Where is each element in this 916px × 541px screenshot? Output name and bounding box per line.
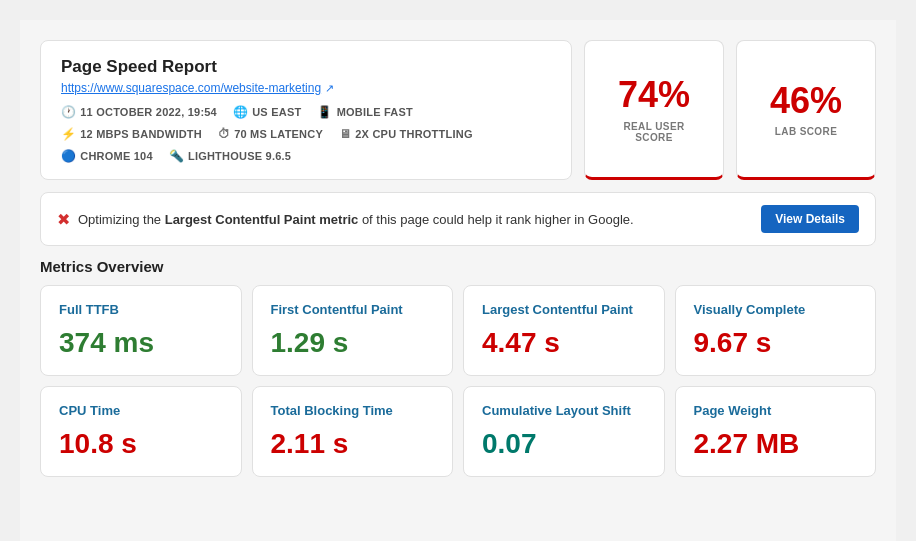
- metric-card-tbt: Total Blocking Time 2.11 s: [252, 386, 454, 477]
- metric-name: Visually Complete: [694, 302, 858, 317]
- meta-label: LIGHTHOUSE 9.6.5: [188, 150, 291, 162]
- metric-name: CPU Time: [59, 403, 223, 418]
- meta-label: 11 OCTOBER 2022, 19:54: [80, 106, 217, 118]
- alert-bold: Largest Contentful Paint metric: [165, 212, 359, 227]
- meta-item: 📱MOBILE FAST: [317, 105, 413, 119]
- meta-label: US EAST: [252, 106, 301, 118]
- meta-item: 🕐11 OCTOBER 2022, 19:54: [61, 105, 217, 119]
- alert-icon: ✖: [57, 210, 70, 229]
- real-user-score-value: 74%: [618, 75, 690, 115]
- metric-card-page-weight: Page Weight 2.27 MB: [675, 386, 877, 477]
- metrics-section: Metrics Overview Full TTFB 374 ms First …: [40, 258, 876, 477]
- metric-name: Full TTFB: [59, 302, 223, 317]
- alert-left: ✖ Optimizing the Largest Contentful Pain…: [57, 210, 634, 229]
- metric-value: 2.27 MB: [694, 428, 858, 460]
- alert-prefix: Optimizing the: [78, 212, 165, 227]
- meta-icon: ⚡: [61, 127, 76, 141]
- meta-label: 12 MBPS BANDWIDTH: [80, 128, 202, 140]
- metric-value: 374 ms: [59, 327, 223, 359]
- view-details-button[interactable]: View Details: [761, 205, 859, 233]
- metric-name: Largest Contentful Paint: [482, 302, 646, 317]
- real-user-score-card: 74% REAL USER SCORE: [584, 40, 724, 180]
- metrics-grid: Full TTFB 374 ms First Contentful Paint …: [40, 285, 876, 477]
- alert-banner: ✖ Optimizing the Largest Contentful Pain…: [40, 192, 876, 246]
- metric-card-fcp: First Contentful Paint 1.29 s: [252, 285, 454, 376]
- meta-label: 70 MS LATENCY: [234, 128, 323, 140]
- meta-label: MOBILE FAST: [337, 106, 413, 118]
- meta-item: 🔵CHROME 104: [61, 149, 153, 163]
- alert-suffix: of this page could help it rank higher i…: [358, 212, 633, 227]
- meta-icon: 🌐: [233, 105, 248, 119]
- report-title: Page Speed Report: [61, 57, 551, 77]
- metric-card-full-ttfb: Full TTFB 374 ms: [40, 285, 242, 376]
- metric-card-cpu-time: CPU Time 10.8 s: [40, 386, 242, 477]
- metric-value: 0.07: [482, 428, 646, 460]
- page-container: Page Speed Report https://www.squarespac…: [20, 20, 896, 541]
- meta-item: 🌐US EAST: [233, 105, 301, 119]
- real-user-score-label: REAL USER SCORE: [605, 121, 703, 143]
- top-section: Page Speed Report https://www.squarespac…: [40, 40, 876, 180]
- metric-value: 2.11 s: [271, 428, 435, 460]
- metric-value: 10.8 s: [59, 428, 223, 460]
- metric-value: 9.67 s: [694, 327, 858, 359]
- metric-name: First Contentful Paint: [271, 302, 435, 317]
- meta-icon: 📱: [317, 105, 332, 119]
- meta-icon: 🔵: [61, 149, 76, 163]
- metric-name: Total Blocking Time: [271, 403, 435, 418]
- meta-icon: 🕐: [61, 105, 76, 119]
- meta-item: ⚡12 MBPS BANDWIDTH: [61, 127, 202, 141]
- metric-card-vc: Visually Complete 9.67 s: [675, 285, 877, 376]
- meta-icon: 🔦: [169, 149, 184, 163]
- report-meta: 🕐11 OCTOBER 2022, 19:54🌐US EAST📱MOBILE F…: [61, 105, 551, 163]
- meta-item: 🖥2X CPU THROTTLING: [339, 127, 473, 141]
- metrics-title: Metrics Overview: [40, 258, 876, 275]
- meta-label: 2X CPU THROTTLING: [355, 128, 472, 140]
- meta-item: 🔦LIGHTHOUSE 9.6.5: [169, 149, 291, 163]
- meta-item: ⏱70 MS LATENCY: [218, 127, 323, 141]
- meta-icon: 🖥: [339, 127, 351, 141]
- metric-card-lcp: Largest Contentful Paint 4.47 s: [463, 285, 665, 376]
- metric-value: 4.47 s: [482, 327, 646, 359]
- metric-value: 1.29 s: [271, 327, 435, 359]
- external-link-icon: ↗: [325, 82, 334, 95]
- metric-name: Cumulative Layout Shift: [482, 403, 646, 418]
- report-card: Page Speed Report https://www.squarespac…: [40, 40, 572, 180]
- meta-label: CHROME 104: [80, 150, 153, 162]
- lab-score-value: 46%: [770, 81, 842, 121]
- report-url: https://www.squarespace.com/website-mark…: [61, 81, 551, 95]
- url-text[interactable]: https://www.squarespace.com/website-mark…: [61, 81, 321, 95]
- meta-icon: ⏱: [218, 127, 230, 141]
- metric-card-cls: Cumulative Layout Shift 0.07: [463, 386, 665, 477]
- alert-text: Optimizing the Largest Contentful Paint …: [78, 212, 634, 227]
- lab-score-label: LAB SCORE: [775, 126, 838, 137]
- lab-score-card: 46% LAB SCORE: [736, 40, 876, 180]
- metric-name: Page Weight: [694, 403, 858, 418]
